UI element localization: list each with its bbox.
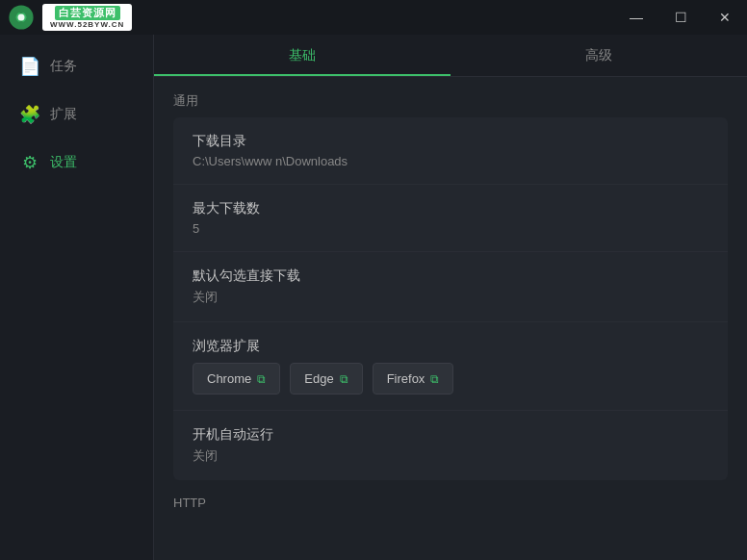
watermark-line2: WWW.52BYW.CN	[50, 20, 124, 30]
settings-item-max-downloads[interactable]: 最大下载数 5	[173, 185, 728, 252]
sidebar-item-tasks[interactable]: 📄 任务	[0, 42, 153, 90]
download-dir-label: 下载目录	[193, 133, 708, 150]
tabs: 基础 高级	[154, 35, 747, 77]
firefox-button[interactable]: Firefox ⧉	[373, 363, 454, 395]
titlebar: 白芸资源网 WWW.52BYW.CN — ☐ ✕	[0, 0, 747, 35]
tab-advanced[interactable]: 高级	[451, 35, 747, 76]
direct-download-value: 关闭	[193, 289, 708, 306]
sidebar-item-tasks-label: 任务	[50, 58, 77, 75]
firefox-ext-icon: ⧉	[430, 372, 439, 386]
settings-icon: ⚙	[19, 152, 40, 173]
tab-basic[interactable]: 基础	[154, 35, 451, 76]
firefox-button-label: Firefox	[387, 371, 425, 386]
general-settings-group: 下载目录 C:\Users\www n\Downloads 最大下载数 5 默认…	[173, 117, 728, 480]
watermark-line1: 白芸资源网	[55, 6, 120, 20]
watermark: 白芸资源网 WWW.52BYW.CN	[42, 4, 132, 32]
http-section-title: HTTP	[173, 480, 728, 514]
close-button[interactable]: ✕	[703, 0, 747, 35]
minimize-button[interactable]: —	[614, 0, 658, 35]
direct-download-label: 默认勾选直接下载	[193, 267, 708, 285]
browser-extension-label: 浏览器扩展	[193, 338, 708, 355]
app-logo-icon	[8, 4, 35, 31]
general-section-title: 通用	[173, 77, 728, 117]
auto-start-value: 关闭	[193, 447, 708, 465]
maximize-button[interactable]: ☐	[658, 0, 703, 35]
settings-content: 通用 下载目录 C:\Users\www n\Downloads 最大下载数 5…	[154, 77, 747, 560]
sidebar-item-settings[interactable]: ⚙ 设置	[0, 139, 153, 187]
settings-item-browser-extension: 浏览器扩展 Chrome ⧉ Edge ⧉ Firefox ⧉	[173, 322, 728, 411]
edge-button-label: Edge	[304, 371, 333, 386]
settings-item-auto-start[interactable]: 开机自动运行 关闭	[173, 411, 728, 480]
tasks-icon: 📄	[19, 56, 40, 77]
chrome-button[interactable]: Chrome ⧉	[193, 363, 280, 395]
extensions-icon: 🧩	[19, 104, 40, 125]
titlebar-controls: — ☐ ✕	[614, 0, 747, 35]
sidebar-item-extensions-label: 扩展	[50, 106, 77, 123]
edge-ext-icon: ⧉	[340, 372, 348, 386]
max-downloads-value: 5	[193, 221, 708, 236]
main-content: 基础 高级 通用 下载目录 C:\Users\www n\Downloads 最…	[154, 35, 747, 560]
chrome-button-label: Chrome	[207, 371, 251, 386]
browser-buttons: Chrome ⧉ Edge ⧉ Firefox ⧉	[193, 363, 708, 395]
settings-item-download-dir[interactable]: 下载目录 C:\Users\www n\Downloads	[173, 117, 728, 185]
sidebar-item-settings-label: 设置	[50, 154, 77, 171]
app-body: 📄 任务 🧩 扩展 ⚙ 设置 基础 高级 通用	[0, 35, 747, 560]
titlebar-left: 白芸资源网 WWW.52BYW.CN	[8, 4, 132, 32]
sidebar: 📄 任务 🧩 扩展 ⚙ 设置	[0, 35, 154, 560]
chrome-ext-icon: ⧉	[257, 372, 266, 386]
sidebar-item-extensions[interactable]: 🧩 扩展	[0, 90, 153, 139]
max-downloads-label: 最大下载数	[193, 200, 708, 217]
auto-start-label: 开机自动运行	[193, 426, 708, 444]
settings-item-direct-download[interactable]: 默认勾选直接下载 关闭	[173, 252, 728, 322]
edge-button[interactable]: Edge ⧉	[290, 363, 362, 395]
download-dir-value: C:\Users\www n\Downloads	[193, 154, 708, 168]
svg-point-1	[18, 14, 25, 21]
